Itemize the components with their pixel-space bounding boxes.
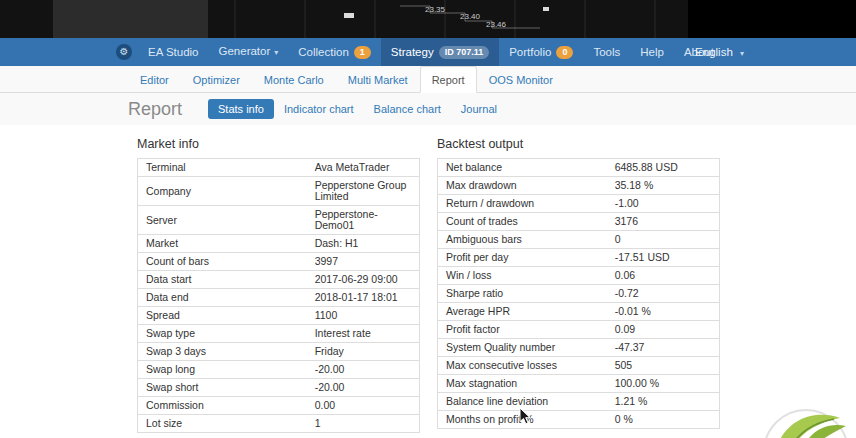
row-value: 2017-06-29 09:00 (307, 271, 420, 289)
row-value: Dash: H1 (307, 235, 420, 253)
row-label: Max drawdown (438, 177, 607, 195)
tab-oos-monitor[interactable]: OOS Monitor (477, 66, 565, 92)
chevron-down-icon: ▾ (274, 48, 278, 57)
nav-item-strategy[interactable]: StrategyID 707.11 (381, 38, 499, 66)
row-value: 0 % (607, 411, 720, 429)
table-row: Win / loss 0.06 (438, 267, 720, 285)
nav-item-portfolio[interactable]: Portfolio0 (499, 38, 583, 66)
row-label: Balance line deviation (438, 393, 607, 411)
module-tabs: Editor Optimizer Monte Carlo Multi Marke… (0, 66, 856, 93)
row-value: Ava MetaTrader (307, 159, 420, 177)
tab-monte-carlo[interactable]: Monte Carlo (252, 66, 336, 92)
row-value: 3176 (607, 213, 720, 231)
row-value: -20.00 (307, 361, 420, 379)
strategy-id-badge: ID 707.11 (439, 46, 490, 59)
main-navbar: ⚙ EA Studio Generator▾ Collection1 Strat… (0, 38, 856, 66)
row-value: 1.21 % (607, 393, 720, 411)
row-label: Count of trades (438, 213, 607, 231)
subtab-journal[interactable]: Journal (451, 99, 507, 119)
table-row: Max stagnation 100.00 % (438, 375, 720, 393)
row-label: Lot size (138, 415, 307, 433)
table-row: Data start 2017-06-29 09:00 (138, 271, 420, 289)
row-label: Swap short (138, 379, 307, 397)
row-value: 505 (607, 357, 720, 375)
row-label: Profit factor (438, 321, 607, 339)
chart-tick-mark (543, 7, 549, 11)
tab-multi-market[interactable]: Multi Market (336, 66, 420, 92)
row-value: Friday (307, 343, 420, 361)
language-selector[interactable]: English ▾ (695, 38, 744, 68)
row-value: -0.72 (607, 285, 720, 303)
row-label: Return / drawdown (438, 195, 607, 213)
table-row: Net balance 6485.88 USD (438, 159, 720, 177)
table-row: Lot size 1 (138, 415, 420, 433)
table-row: Max consecutive losses 505 (438, 357, 720, 375)
top-chart-strip: 23.35 23.40 23.46 (0, 0, 856, 38)
row-label: Commission (138, 397, 307, 415)
table-row: Swap long -20.00 (138, 361, 420, 379)
table-row: Data end 2018-01-17 18:01 (138, 289, 420, 307)
table-row: Server Pepperstone-Demo01 (138, 206, 420, 235)
table-row: Average HPR -0.01 % (438, 303, 720, 321)
row-label: Swap long (138, 361, 307, 379)
row-value: Interest rate (307, 325, 420, 343)
row-value: 3997 (307, 253, 420, 271)
settings-gear-icon[interactable]: ⚙ (116, 44, 132, 60)
collection-count-badge: 1 (354, 46, 371, 59)
table-row: Swap short -20.00 (138, 379, 420, 397)
subtab-indicator-chart[interactable]: Indicator chart (274, 99, 364, 119)
nav-item-collection[interactable]: Collection1 (288, 38, 381, 66)
table-row: Spread 1100 (138, 307, 420, 325)
row-value: 6485.88 USD (607, 159, 720, 177)
row-value: 100.00 % (607, 375, 720, 393)
chevron-down-icon: ▾ (740, 49, 744, 58)
row-value: -1.00 (607, 195, 720, 213)
brand-label: EA Studio (148, 46, 199, 58)
row-label: Average HPR (438, 303, 607, 321)
row-label: Data start (138, 271, 307, 289)
table-row: Company Pepperstone Group Limited (138, 177, 420, 206)
market-info-section: Market info Terminal Ava MetaTrader Comp… (137, 137, 420, 433)
market-info-title: Market info (137, 137, 420, 151)
tab-report[interactable]: Report (420, 66, 477, 93)
tab-editor[interactable]: Editor (128, 66, 181, 92)
row-label: Months on profit % (438, 411, 607, 429)
table-row: Terminal Ava MetaTrader (138, 159, 420, 177)
row-label: Terminal (138, 159, 307, 177)
row-value: 2018-01-17 18:01 (307, 289, 420, 307)
subtab-balance-chart[interactable]: Balance chart (364, 99, 451, 119)
row-label: Server (138, 206, 307, 235)
chart-tick-mark (344, 13, 354, 18)
row-value: 0.00 (307, 397, 420, 415)
row-label: Ambiguous bars (438, 231, 607, 249)
row-label: Sharpe ratio (438, 285, 607, 303)
table-row: Return / drawdown -1.00 (438, 195, 720, 213)
table-row: Months on profit % 0 % (438, 411, 720, 429)
row-label: Data end (138, 289, 307, 307)
row-value: 0 (607, 231, 720, 249)
row-label: Swap type (138, 325, 307, 343)
nav-item-tools[interactable]: Tools (583, 38, 630, 66)
row-value: 1100 (307, 307, 420, 325)
row-value: -0.01 % (607, 303, 720, 321)
row-label: Net balance (438, 159, 607, 177)
table-row: System Quality number -47.37 (438, 339, 720, 357)
table-row: Count of bars 3997 (138, 253, 420, 271)
row-label: Profit per day (438, 249, 607, 267)
nav-item-generator[interactable]: Generator▾ (209, 37, 289, 67)
row-label: Swap 3 days (138, 343, 307, 361)
row-label: Count of bars (138, 253, 307, 271)
backtest-output-table: Net balance 6485.88 USD Max drawdown 35.… (437, 158, 720, 429)
row-label: Company (138, 177, 307, 206)
subtab-stats-info[interactable]: Stats info (208, 99, 274, 119)
table-row: Ambiguous bars 0 (438, 231, 720, 249)
tab-optimizer[interactable]: Optimizer (181, 66, 252, 92)
row-value: 0.06 (607, 267, 720, 285)
nav-item-ea-studio[interactable]: EA Studio (138, 38, 209, 66)
row-value: 35.18 % (607, 177, 720, 195)
table-row: Sharpe ratio -0.72 (438, 285, 720, 303)
nav-item-help[interactable]: Help (630, 38, 674, 66)
page-title: Report (128, 99, 182, 120)
row-label: Max stagnation (438, 375, 607, 393)
backtest-output-title: Backtest output (437, 137, 720, 151)
